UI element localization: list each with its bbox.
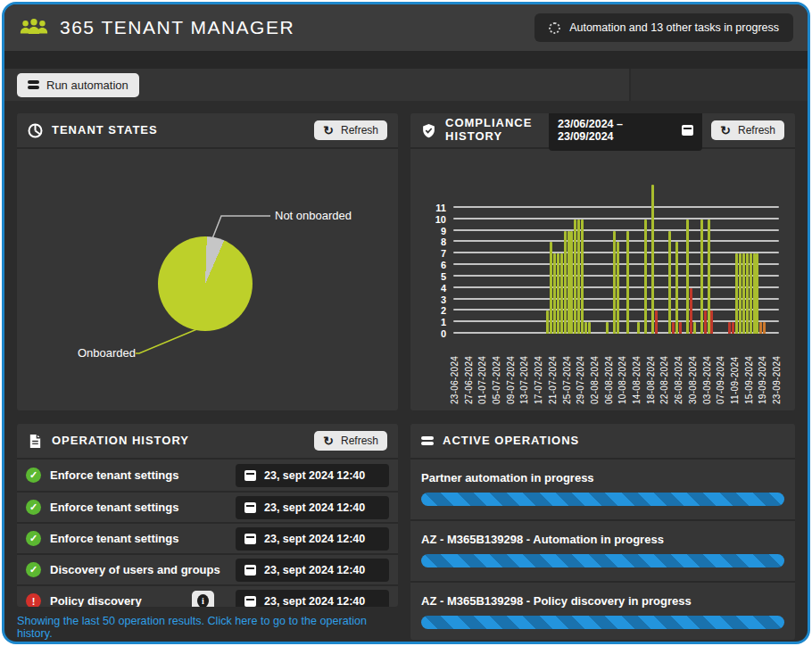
operation-row: ✓Enforce tenant settings23, sept 2024 12… bbox=[17, 460, 398, 491]
chart-bar bbox=[557, 253, 559, 334]
x-tick-label: 10-08-2024 bbox=[617, 336, 629, 404]
operation-history-refresh-button[interactable]: ↻ Refresh bbox=[314, 431, 387, 451]
gridline bbox=[453, 206, 779, 208]
toolbar-divider bbox=[629, 69, 631, 101]
refresh-icon: ↻ bbox=[720, 124, 731, 137]
app-window: 365 TENANT MANAGER Automation and 13 oth… bbox=[2, 2, 810, 644]
gridline bbox=[453, 218, 779, 219]
y-tick-label: 0 bbox=[421, 328, 446, 339]
y-tick-label: 10 bbox=[421, 214, 446, 225]
progress-bar bbox=[421, 616, 784, 629]
active-operation-label: AZ - M365B139298 - Automation in progres… bbox=[421, 533, 784, 546]
operation-history-title: OPERATION HISTORY bbox=[52, 435, 189, 448]
operation-date-text: 23, sept 2024 12:40 bbox=[264, 533, 365, 545]
chart-bar bbox=[746, 253, 749, 334]
chart-bar bbox=[739, 253, 742, 334]
operation-label: Enforce tenant settings bbox=[50, 468, 227, 482]
active-operations-title: ACTIVE OPERATIONS bbox=[443, 435, 579, 448]
x-tick-label: 09-07-2024 bbox=[506, 336, 518, 404]
info-icon: i bbox=[197, 594, 209, 607]
operation-history-link[interactable]: Showing the last 50 operation results. C… bbox=[17, 615, 398, 640]
main-content: TENANT STATES ↻ Refresh Not onboarded On… bbox=[4, 101, 808, 640]
y-tick-label: 9 bbox=[421, 226, 446, 236]
x-tick-label: 25-07-2024 bbox=[562, 336, 574, 404]
toolbar-right-section bbox=[631, 69, 808, 101]
chart-bar bbox=[581, 219, 584, 334]
active-operation-label: AZ - M365B139298 - Policy discovery in p… bbox=[421, 594, 784, 608]
operation-date-text: 23, sept 2024 12:40 bbox=[264, 564, 365, 576]
tenant-states-panel: TENANT STATES ↻ Refresh Not onboarded On… bbox=[17, 113, 398, 410]
date-range-value: 23/06/2024 – 23/09/2024 bbox=[558, 118, 673, 143]
x-tick-label: 29-07-2024 bbox=[576, 336, 587, 404]
y-tick-label: 1 bbox=[421, 317, 446, 327]
chart-bar bbox=[735, 253, 738, 334]
chart-bar bbox=[550, 242, 552, 334]
y-tick-label: 11 bbox=[421, 203, 446, 213]
calendar-icon bbox=[244, 470, 256, 481]
operation-label: Enforce tenant settings bbox=[50, 501, 227, 514]
chart-bar bbox=[750, 253, 752, 334]
chart-bar bbox=[606, 322, 609, 334]
tenant-states-header: TENANT STATES ↻ Refresh bbox=[17, 113, 398, 149]
operation-date-text: 23, sept 2024 12:40 bbox=[264, 501, 365, 514]
chart-bar bbox=[570, 231, 573, 334]
compliance-history-header: COMPLIANCE HISTORY 23/06/2024 – 23/09/20… bbox=[410, 113, 795, 149]
toolbar: Run automation bbox=[4, 69, 808, 101]
app-header: 365 TENANT MANAGER Automation and 13 oth… bbox=[4, 4, 808, 51]
compliance-refresh-button[interactable]: ↻ Refresh bbox=[711, 120, 784, 140]
operation-row: ✓Discovery of users and groups23, sept 2… bbox=[17, 553, 398, 584]
compliance-x-axis: 23-06-202427-06-202401-07-202405-07-2024… bbox=[453, 334, 779, 405]
y-tick-label: 5 bbox=[421, 271, 446, 282]
x-tick-label: 23-09-2024 bbox=[772, 336, 783, 404]
tenant-pie bbox=[158, 236, 253, 331]
operation-date-text: 23, sept 2024 12:40 bbox=[264, 595, 365, 608]
active-operation-item: Partner automation in progress bbox=[410, 460, 795, 519]
tasks-in-progress-button[interactable]: Automation and 13 other tasks in progres… bbox=[534, 13, 793, 42]
chart-bar bbox=[679, 322, 682, 334]
x-tick-label: 07-09-2024 bbox=[716, 336, 727, 404]
x-tick-label: 14-08-2024 bbox=[632, 336, 643, 404]
x-tick-label: 30-08-2024 bbox=[688, 336, 700, 404]
refresh-icon: ↻ bbox=[323, 435, 334, 447]
people-group-icon bbox=[19, 17, 49, 38]
calendar-icon bbox=[244, 596, 256, 607]
chart-bar bbox=[759, 322, 762, 334]
operation-date-text: 23, sept 2024 12:40 bbox=[264, 469, 365, 482]
spinner-icon bbox=[549, 22, 560, 34]
chart-bar bbox=[693, 322, 696, 334]
tenant-states-refresh-button[interactable]: ↻ Refresh bbox=[314, 120, 387, 140]
chart-bar bbox=[710, 311, 713, 334]
chart-bar bbox=[700, 219, 703, 334]
x-tick-label: 27-06-2024 bbox=[464, 336, 476, 404]
x-tick-label: 03-09-2024 bbox=[702, 336, 714, 404]
calendar-icon bbox=[244, 502, 256, 513]
x-tick-label: 18-08-2024 bbox=[646, 336, 658, 404]
compliance-chart: 01234567891011 23-06-202427-06-202401-07… bbox=[410, 149, 795, 410]
active-operation-item: AZ - M365B139298 - Automation in progres… bbox=[410, 519, 795, 581]
operations-list-icon bbox=[421, 436, 434, 445]
operation-date: 23, sept 2024 12:40 bbox=[236, 559, 389, 582]
gridline bbox=[453, 229, 779, 231]
x-tick-label: 11-09-2024 bbox=[730, 336, 742, 404]
compliance-history-panel: COMPLIANCE HISTORY 23/06/2024 – 23/09/20… bbox=[410, 113, 795, 410]
x-tick-label: 05-07-2024 bbox=[492, 336, 503, 404]
x-tick-label: 22-08-2024 bbox=[659, 336, 671, 404]
run-automation-button[interactable]: Run automation bbox=[17, 73, 139, 97]
active-operations-panel: ACTIVE OPERATIONS Partner automation in … bbox=[410, 424, 795, 640]
active-operations-list: Partner automation in progressAZ - M365B… bbox=[410, 460, 795, 640]
chart-bar bbox=[655, 311, 658, 334]
operation-row: ✓Enforce tenant settings23, sept 2024 12… bbox=[17, 491, 398, 522]
info-button[interactable]: i bbox=[192, 591, 214, 607]
date-range-input[interactable]: 23/06/2024 – 23/09/2024 bbox=[549, 113, 702, 151]
chart-bar bbox=[690, 288, 692, 334]
tasks-status-text: Automation and 13 other tasks in progres… bbox=[569, 21, 779, 34]
y-tick-label: 8 bbox=[421, 236, 446, 247]
chart-bar bbox=[753, 253, 756, 334]
operation-label: Policy discovery bbox=[50, 594, 183, 607]
x-tick-label: 01-07-2024 bbox=[477, 336, 489, 404]
x-tick-label: 02-08-2024 bbox=[590, 336, 601, 404]
pie-label-not-onboarded: Not onboarded bbox=[275, 209, 352, 222]
chart-bar bbox=[708, 219, 710, 334]
chart-bar bbox=[553, 253, 556, 334]
shield-check-icon bbox=[421, 123, 436, 138]
